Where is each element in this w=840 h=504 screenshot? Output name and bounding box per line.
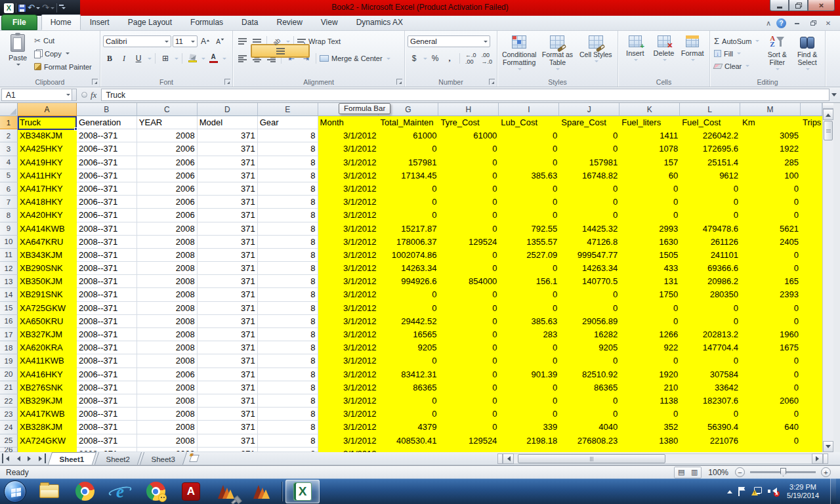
cell-N2[interactable] bbox=[801, 129, 822, 142]
cell-J13[interactable]: 140770.5 bbox=[559, 275, 620, 288]
cell-N3[interactable] bbox=[801, 142, 822, 156]
cell-E11[interactable]: 8 bbox=[258, 249, 318, 262]
column-header-K[interactable]: K bbox=[620, 103, 680, 116]
cell-G20[interactable]: 83412.31 bbox=[379, 368, 439, 381]
clipboard-dialog-launcher[interactable] bbox=[92, 79, 98, 85]
row-header-17[interactable]: 17 bbox=[0, 328, 18, 341]
row-header-3[interactable]: 3 bbox=[0, 142, 18, 156]
cell-K15[interactable]: 0 bbox=[620, 302, 680, 315]
cell-D5[interactable]: 371 bbox=[198, 169, 258, 182]
split-handle[interactable] bbox=[823, 103, 833, 109]
cell-I2[interactable]: 0 bbox=[499, 129, 559, 142]
cell-I17[interactable]: 283 bbox=[499, 328, 559, 341]
cell-M20[interactable]: 0 bbox=[740, 368, 801, 381]
show-desktop-button[interactable] bbox=[830, 478, 836, 504]
scroll-left-button[interactable] bbox=[503, 453, 514, 464]
cell-C2[interactable]: 2008 bbox=[137, 129, 198, 142]
cell-C8[interactable]: 2006 bbox=[137, 209, 198, 222]
cell-E9[interactable]: 8 bbox=[258, 222, 318, 236]
name-box[interactable]: A1 bbox=[1, 89, 72, 101]
cell-C22[interactable]: 2008 bbox=[137, 394, 198, 408]
cell-G4[interactable]: 157981 bbox=[379, 156, 439, 169]
undo-button[interactable]: ↶ bbox=[28, 3, 40, 12]
cell-B20[interactable]: 2006--371 bbox=[77, 368, 137, 381]
name-box-splitter[interactable] bbox=[72, 89, 77, 101]
delete-cells-button[interactable]: ✕ Delete bbox=[650, 33, 679, 77]
cell-M11[interactable]: 0 bbox=[740, 249, 801, 262]
cell-A6[interactable]: XA417HKY bbox=[18, 182, 77, 196]
close-button[interactable]: ✕ bbox=[808, 0, 835, 11]
column-header-L[interactable]: L bbox=[680, 103, 740, 116]
cell-J11[interactable]: 999547.77 bbox=[559, 249, 620, 262]
cell-K13[interactable]: 131 bbox=[620, 275, 680, 288]
cell-A7[interactable]: XA418HKY bbox=[18, 196, 77, 209]
cell-E16[interactable]: 8 bbox=[258, 315, 318, 328]
cell-J10[interactable]: 47126.8 bbox=[559, 236, 620, 249]
taskbar-button-adobe-reader[interactable]: A bbox=[174, 480, 208, 503]
cell-N21[interactable] bbox=[801, 381, 822, 394]
accounting-format-button[interactable]: $ bbox=[408, 52, 421, 64]
row-header-12[interactable]: 12 bbox=[0, 262, 18, 275]
cell-H11[interactable]: 0 bbox=[438, 249, 499, 262]
cell-G10[interactable]: 178006.37 bbox=[379, 236, 439, 249]
cell-B18[interactable]: 2008--371 bbox=[77, 341, 137, 354]
cell-K11[interactable]: 1505 bbox=[620, 249, 680, 262]
cell-L14[interactable]: 280350 bbox=[680, 288, 740, 301]
minimize-button[interactable] bbox=[770, 0, 789, 11]
row-header-2[interactable]: 2 bbox=[0, 129, 18, 142]
cell-D16[interactable]: 371 bbox=[198, 315, 258, 328]
cell-G24[interactable]: 4379 bbox=[379, 421, 439, 434]
network-warning-icon[interactable] bbox=[751, 487, 762, 495]
previous-sheet-button[interactable] bbox=[13, 453, 24, 463]
cell-N18[interactable] bbox=[801, 341, 822, 354]
cell-D8[interactable]: 371 bbox=[198, 209, 258, 222]
cell-D18[interactable]: 371 bbox=[198, 341, 258, 354]
cell-H18[interactable]: 0 bbox=[438, 341, 499, 354]
cell-G6[interactable]: 0 bbox=[379, 182, 439, 196]
cell-J7[interactable]: 0 bbox=[559, 196, 620, 209]
borders-button[interactable]: ⊞ bbox=[159, 52, 172, 64]
row-header-23[interactable]: 23 bbox=[0, 408, 18, 421]
cell-K3[interactable]: 1078 bbox=[620, 142, 680, 156]
cell-D6[interactable]: 371 bbox=[198, 182, 258, 196]
cell-E15[interactable]: 8 bbox=[258, 302, 318, 315]
cell-C24[interactable]: 2008 bbox=[137, 421, 198, 434]
cell-F8[interactable]: 3/1/2012 bbox=[318, 209, 379, 222]
cell-F22[interactable]: 3/1/2012 bbox=[318, 394, 379, 408]
cell-L26[interactable] bbox=[680, 448, 740, 452]
cell-E24[interactable]: 8 bbox=[258, 421, 318, 434]
cell-A15[interactable]: XA725GKW bbox=[18, 302, 77, 315]
tab-insert[interactable]: Insert bbox=[81, 14, 119, 30]
alignment-dialog-launcher[interactable] bbox=[396, 79, 402, 85]
cell-K24[interactable]: 352 bbox=[620, 421, 680, 434]
cell-J2[interactable]: 0 bbox=[559, 129, 620, 142]
zoom-slider[interactable] bbox=[750, 471, 816, 473]
cell-M26[interactable] bbox=[740, 448, 801, 452]
cell-D23[interactable]: 371 bbox=[198, 408, 258, 421]
cell-I1[interactable]: Lub_Cost bbox=[499, 116, 559, 129]
column-header-N[interactable] bbox=[801, 103, 822, 116]
cell-M8[interactable]: 0 bbox=[740, 209, 801, 222]
cell-C10[interactable]: 2008 bbox=[137, 236, 198, 249]
cell-I24[interactable]: 339 bbox=[499, 421, 559, 434]
cell-F18[interactable]: 3/1/2012 bbox=[318, 341, 379, 354]
cell-D15[interactable]: 371 bbox=[198, 302, 258, 315]
tab-data[interactable]: Data bbox=[232, 14, 267, 30]
cell-K20[interactable]: 1920 bbox=[620, 368, 680, 381]
cell-I21[interactable]: 0 bbox=[499, 381, 559, 394]
column-header-E[interactable]: E bbox=[258, 103, 318, 116]
cell-D14[interactable]: 371 bbox=[198, 288, 258, 301]
expand-formula-bar-button[interactable] bbox=[830, 93, 839, 97]
cell-K21[interactable]: 210 bbox=[620, 381, 680, 394]
start-button[interactable] bbox=[4, 480, 26, 503]
row-header-18[interactable]: 18 bbox=[0, 341, 18, 354]
cell-E1[interactable]: Gear bbox=[258, 116, 318, 129]
cell-I12[interactable]: 0 bbox=[499, 262, 559, 275]
cell-C21[interactable]: 2008 bbox=[137, 381, 198, 394]
cell-I7[interactable]: 0 bbox=[499, 196, 559, 209]
cell-A14[interactable]: XB291SNK bbox=[18, 288, 77, 301]
cell-M5[interactable]: 100 bbox=[740, 169, 801, 182]
fill-button[interactable]: ↓Fill bbox=[714, 48, 759, 59]
cell-L24[interactable]: 56390.4 bbox=[680, 421, 740, 434]
cell-E20[interactable]: 8 bbox=[258, 368, 318, 381]
